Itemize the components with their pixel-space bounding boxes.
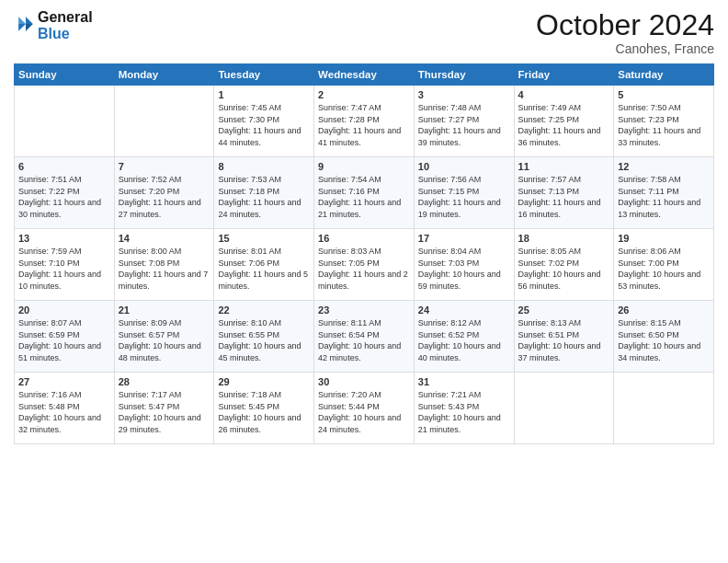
- day-info: Sunrise: 7:50 AMSunset: 7:23 PMDaylight:…: [618, 102, 710, 148]
- calendar-week-row: 6Sunrise: 7:51 AMSunset: 7:22 PMDaylight…: [15, 157, 714, 229]
- table-cell: 4Sunrise: 7:49 AMSunset: 7:25 PMDaylight…: [514, 86, 614, 157]
- day-number: 27: [18, 376, 110, 387]
- day-info: Sunrise: 7:56 AMSunset: 7:15 PMDaylight:…: [418, 174, 510, 220]
- day-info: Sunrise: 8:11 AMSunset: 6:54 PMDaylight:…: [318, 317, 410, 363]
- day-number: 8: [218, 161, 310, 172]
- day-number: 6: [18, 161, 110, 172]
- day-number: 3: [418, 89, 510, 100]
- day-info: Sunrise: 7:48 AMSunset: 7:27 PMDaylight:…: [418, 102, 510, 148]
- weekday-header-row: Sunday Monday Tuesday Wednesday Thursday…: [15, 64, 714, 86]
- day-number: 10: [418, 161, 510, 172]
- title-area: October 2024 Canohes, France: [536, 9, 714, 56]
- location: Canohes, France: [536, 41, 714, 56]
- calendar-week-row: 1Sunrise: 7:45 AMSunset: 7:30 PMDaylight…: [15, 86, 714, 157]
- day-number: 18: [518, 233, 610, 244]
- table-cell: 23Sunrise: 8:11 AMSunset: 6:54 PMDayligh…: [314, 301, 415, 373]
- day-info: Sunrise: 8:03 AMSunset: 7:05 PMDaylight:…: [318, 246, 410, 292]
- day-info: Sunrise: 8:04 AMSunset: 7:03 PMDaylight:…: [418, 246, 510, 292]
- logo: General Blue: [14, 9, 93, 42]
- table-cell: 9Sunrise: 7:54 AMSunset: 7:16 PMDaylight…: [314, 157, 415, 229]
- table-cell: 28Sunrise: 7:17 AMSunset: 5:47 PMDayligh…: [114, 373, 214, 444]
- table-cell: 20Sunrise: 8:07 AMSunset: 6:59 PMDayligh…: [15, 301, 115, 373]
- page: General Blue October 2024 Canohes, Franc…: [0, 0, 728, 563]
- day-number: 14: [119, 233, 210, 244]
- header: General Blue October 2024 Canohes, Franc…: [14, 9, 714, 56]
- day-number: 15: [218, 233, 310, 244]
- table-cell: 17Sunrise: 8:04 AMSunset: 7:03 PMDayligh…: [414, 229, 514, 301]
- day-number: 7: [119, 161, 210, 172]
- day-number: 11: [518, 161, 610, 172]
- day-info: Sunrise: 7:49 AMSunset: 7:25 PMDaylight:…: [518, 102, 610, 148]
- table-cell: 30Sunrise: 7:20 AMSunset: 5:44 PMDayligh…: [314, 373, 415, 444]
- header-monday: Monday: [114, 64, 214, 86]
- day-info: Sunrise: 7:17 AMSunset: 5:47 PMDaylight:…: [119, 389, 210, 435]
- table-cell: 6Sunrise: 7:51 AMSunset: 7:22 PMDaylight…: [15, 157, 115, 229]
- day-info: Sunrise: 8:01 AMSunset: 7:06 PMDaylight:…: [218, 246, 310, 292]
- day-info: Sunrise: 7:18 AMSunset: 5:45 PMDaylight:…: [218, 389, 310, 435]
- day-info: Sunrise: 8:06 AMSunset: 7:00 PMDaylight:…: [618, 246, 710, 292]
- calendar-table: Sunday Monday Tuesday Wednesday Thursday…: [14, 63, 714, 444]
- table-cell: 24Sunrise: 8:12 AMSunset: 6:52 PMDayligh…: [414, 301, 514, 373]
- day-info: Sunrise: 8:00 AMSunset: 7:08 PMDaylight:…: [119, 246, 210, 292]
- day-number: 22: [218, 304, 310, 316]
- table-cell: [15, 86, 115, 157]
- day-number: 16: [318, 233, 410, 244]
- table-cell: 10Sunrise: 7:56 AMSunset: 7:15 PMDayligh…: [414, 157, 514, 229]
- day-number: 13: [18, 233, 110, 244]
- day-number: 28: [119, 376, 210, 387]
- day-number: 30: [318, 376, 410, 387]
- table-cell: 31Sunrise: 7:21 AMSunset: 5:43 PMDayligh…: [414, 373, 514, 444]
- calendar-week-row: 27Sunrise: 7:16 AMSunset: 5:48 PMDayligh…: [15, 373, 714, 444]
- day-info: Sunrise: 7:57 AMSunset: 7:13 PMDaylight:…: [518, 174, 610, 220]
- day-info: Sunrise: 7:54 AMSunset: 7:16 PMDaylight:…: [318, 174, 410, 220]
- day-number: 17: [418, 233, 510, 244]
- table-cell: 22Sunrise: 8:10 AMSunset: 6:55 PMDayligh…: [214, 301, 314, 373]
- table-cell: 26Sunrise: 8:15 AMSunset: 6:50 PMDayligh…: [614, 301, 714, 373]
- day-info: Sunrise: 8:15 AMSunset: 6:50 PMDaylight:…: [618, 317, 710, 363]
- table-cell: 21Sunrise: 8:09 AMSunset: 6:57 PMDayligh…: [114, 301, 214, 373]
- calendar-week-row: 13Sunrise: 7:59 AMSunset: 7:10 PMDayligh…: [15, 229, 714, 301]
- day-info: Sunrise: 7:20 AMSunset: 5:44 PMDaylight:…: [318, 389, 410, 435]
- header-thursday: Thursday: [414, 64, 514, 86]
- logo-icon: [16, 14, 36, 34]
- table-cell: 8Sunrise: 7:53 AMSunset: 7:18 PMDaylight…: [214, 157, 314, 229]
- day-number: 24: [418, 304, 510, 316]
- header-friday: Friday: [514, 64, 614, 86]
- table-cell: 5Sunrise: 7:50 AMSunset: 7:23 PMDaylight…: [614, 86, 714, 157]
- day-number: 12: [618, 161, 710, 172]
- day-number: 26: [618, 304, 710, 316]
- table-cell: 11Sunrise: 7:57 AMSunset: 7:13 PMDayligh…: [514, 157, 614, 229]
- table-cell: 27Sunrise: 7:16 AMSunset: 5:48 PMDayligh…: [15, 373, 115, 444]
- day-number: 5: [618, 89, 710, 100]
- day-info: Sunrise: 7:45 AMSunset: 7:30 PMDaylight:…: [218, 102, 310, 148]
- table-cell: [114, 86, 214, 157]
- table-cell: 15Sunrise: 8:01 AMSunset: 7:06 PMDayligh…: [214, 229, 314, 301]
- day-number: 31: [418, 376, 510, 387]
- table-cell: 7Sunrise: 7:52 AMSunset: 7:20 PMDaylight…: [114, 157, 214, 229]
- day-number: 1: [218, 89, 310, 100]
- day-number: 9: [318, 161, 410, 172]
- table-cell: 1Sunrise: 7:45 AMSunset: 7:30 PMDaylight…: [214, 86, 314, 157]
- day-info: Sunrise: 7:47 AMSunset: 7:28 PMDaylight:…: [318, 102, 410, 148]
- table-cell: 12Sunrise: 7:58 AMSunset: 7:11 PMDayligh…: [614, 157, 714, 229]
- day-number: 23: [318, 304, 410, 316]
- header-tuesday: Tuesday: [214, 64, 314, 86]
- day-info: Sunrise: 8:07 AMSunset: 6:59 PMDaylight:…: [18, 317, 110, 363]
- day-info: Sunrise: 7:52 AMSunset: 7:20 PMDaylight:…: [119, 174, 210, 220]
- calendar-week-row: 20Sunrise: 8:07 AMSunset: 6:59 PMDayligh…: [15, 301, 714, 373]
- day-number: 29: [218, 376, 310, 387]
- day-number: 20: [18, 304, 110, 316]
- table-cell: 16Sunrise: 8:03 AMSunset: 7:05 PMDayligh…: [314, 229, 415, 301]
- day-info: Sunrise: 8:10 AMSunset: 6:55 PMDaylight:…: [218, 317, 310, 363]
- table-cell: 19Sunrise: 8:06 AMSunset: 7:00 PMDayligh…: [614, 229, 714, 301]
- day-number: 2: [318, 89, 410, 100]
- header-saturday: Saturday: [614, 64, 714, 86]
- day-info: Sunrise: 7:53 AMSunset: 7:18 PMDaylight:…: [218, 174, 310, 220]
- logo-general: General: [38, 9, 93, 26]
- day-info: Sunrise: 8:12 AMSunset: 6:52 PMDaylight:…: [418, 317, 510, 363]
- table-cell: [514, 373, 614, 444]
- table-cell: [614, 373, 714, 444]
- logo-blue: Blue: [38, 26, 93, 42]
- day-info: Sunrise: 7:59 AMSunset: 7:10 PMDaylight:…: [18, 246, 110, 292]
- day-info: Sunrise: 7:16 AMSunset: 5:48 PMDaylight:…: [18, 389, 110, 435]
